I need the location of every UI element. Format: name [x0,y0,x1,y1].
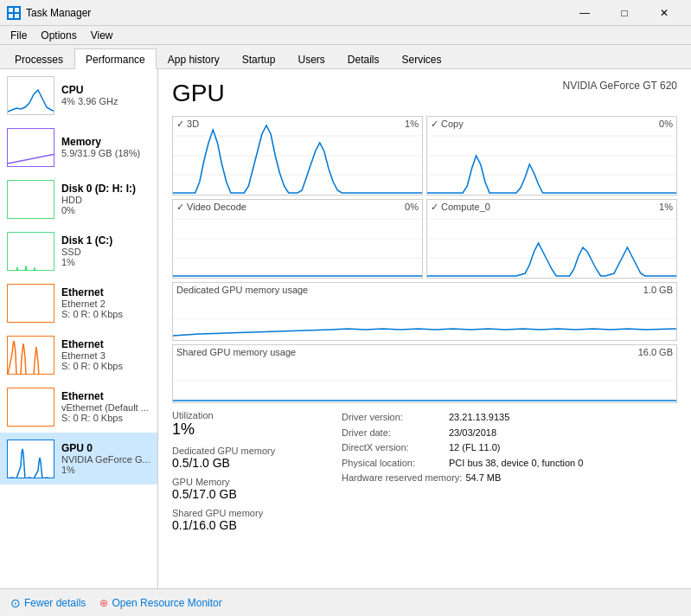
hw-reserved-key: Hardware reserved memory: [342,471,462,486]
content-header: GPU NVIDIA GeForce GT 620 [172,80,677,107]
driver-info: Driver version: 23.21.13.9135 Driver dat… [342,410,583,532]
gpu-model: NVIDIA GeForce GT 620 [563,80,678,92]
chart-3d-label: ✓ 3D [176,119,199,130]
stat-gpu-mem: GPU Memory 0.5/17.0 GB [172,477,328,501]
disk1-name: Disk 1 (C:) [61,234,150,247]
physical-loc-key: Physical location: [342,456,445,472]
eth3-usage: S: 0 R: 0 Kbps [61,361,150,371]
tab-startup[interactable]: Startup [231,48,287,69]
open-resource-monitor-label: Open Resource Monitor [112,597,221,609]
driver-date-val: 23/03/2018 [449,426,496,441]
disk0-mini-graph [7,180,54,219]
window-controls: — □ ✕ [565,0,684,26]
open-resource-monitor-link[interactable]: ⊕ Open Resource Monitor [99,597,221,609]
memory-info: Memory 5.9/31.9 GB (18%) [61,136,150,158]
stats-section: Utilization 1% Dedicated GPU memory 0.5/… [172,410,677,532]
ethv-info: Ethernet vEthernet (Default ... S: 0 R: … [61,390,150,423]
physical-loc-val: PCI bus 38, device 0, function 0 [449,456,583,472]
tab-users[interactable]: Users [286,48,336,69]
sidebar-item-memory[interactable]: Memory 5.9/31.9 GB (18%) [0,121,157,173]
disk0-name: Disk 0 (D: H: I:) [61,183,150,195]
resource-monitor-icon: ⊕ [99,597,108,609]
eth2-name: Ethernet [61,286,150,298]
chart-copy: ✓ Copy 0% [426,116,677,196]
chart-c0-percent: 1% [659,202,673,212]
driver-date-key: Driver date: [342,426,445,441]
chart-3d-percent: 1% [405,119,419,129]
gpu-usage: 1% [61,465,150,475]
eth3-name: Ethernet [61,338,150,350]
stat-ded-gpu-mem: Dedicated GPU memory 0.5/1.0 GB [172,446,328,470]
eth2-mini-graph [7,284,54,323]
disk1-type: SSD [61,247,150,257]
tab-processes[interactable]: Processes [3,48,74,69]
gpu-name: GPU 0 [61,442,150,454]
sidebar-item-disk1[interactable]: Disk 1 (C:) SSD 1% [0,225,157,277]
sidebar-item-gpu[interactable]: GPU 0 NVIDIA GeForce G... 1% [0,433,157,484]
minimize-button[interactable]: — [565,0,605,26]
eth3-mini-graph [7,336,54,375]
menu-file[interactable]: File [3,28,34,43]
disk1-usage: 1% [61,257,150,267]
ethv-usage: S: 0 R: 0 Kbps [61,413,150,423]
maximize-button[interactable]: □ [605,0,644,26]
sidebar-item-disk0[interactable]: Disk 0 (D: H: I:) HDD 0% [0,173,157,225]
svg-rect-3 [15,14,19,18]
menu-bar: File Options View [0,26,691,45]
chart-shared-mem: Shared GPU memory usage 16.0 GB [172,344,677,403]
cpu-name: CPU [61,84,150,96]
fewer-details-icon: ⊙ [10,596,21,610]
hw-reserved-row: Hardware reserved memory: 54.7 MB [342,471,583,486]
memory-mini-graph [7,128,54,167]
disk0-info: Disk 0 (D: H: I:) HDD 0% [61,183,150,215]
tab-details[interactable]: Details [336,48,391,69]
svg-rect-2 [9,14,13,18]
chart-copy-label: ✓ Copy [431,119,464,130]
bottom-bar: ⊙ Fewer details ⊕ Open Resource Monitor [0,588,691,616]
menu-view[interactable]: View [84,28,120,43]
fewer-details-label: Fewer details [24,597,86,609]
ded-mem-max: 1.0 GB [643,285,673,295]
driver-version-row: Driver version: 23.21.13.9135 [342,410,583,426]
eth2-sub: Ethernet 2 [61,298,150,309]
directx-val: 12 (FL 11.0) [449,440,501,456]
sidebar-item-ethv[interactable]: Ethernet vEthernet (Default ... S: 0 R: … [0,381,157,433]
directx-key: DirectX version: [342,440,445,456]
tab-performance[interactable]: Performance [74,48,157,69]
ethv-mini-graph [7,388,54,427]
app-title: Task Manager [26,7,91,19]
stat-shared-gpu-mem: Shared GPU memory 0.1/16.0 GB [172,508,328,532]
ethv-sub: vEthernet (Default ... [61,402,150,413]
disk0-type: HDD [61,195,150,205]
gpu-sub: NVIDIA GeForce G... [61,454,150,465]
svg-rect-1 [15,8,19,12]
tab-apphistory[interactable]: App history [157,48,231,69]
tab-bar: Processes Performance App history Startu… [0,45,691,69]
tab-services[interactable]: Services [391,48,453,69]
close-button[interactable]: ✕ [644,0,684,26]
driver-date-row: Driver date: 23/03/2018 [342,426,583,441]
menu-options[interactable]: Options [34,28,83,43]
cpu-info: CPU 4% 3.96 GHz [61,84,150,106]
title-bar-left: Task Manager [7,6,91,20]
eth2-usage: S: 0 R: 0 Kbps [61,309,150,319]
sidebar-item-eth2[interactable]: Ethernet Ethernet 2 S: 0 R: 0 Kbps [0,277,157,329]
sidebar-item-eth3[interactable]: Ethernet Ethernet 3 S: 0 R: 0 Kbps [0,329,157,381]
stats-left: Utilization 1% Dedicated GPU memory 0.5/… [172,410,328,532]
fewer-details-link[interactable]: ⊙ Fewer details [10,596,86,610]
chart-videodecode: ✓ Video Decode 0% [172,199,423,279]
chart-vd-percent: 0% [405,202,419,212]
chart-c0-label: ✓ Compute_0 [431,202,490,213]
memory-usage: 5.9/31.9 GB (18%) [61,148,150,158]
shared-mem-max: 16.0 GB [638,347,673,357]
chart-dedicated-mem: Dedicated GPU memory usage 1.0 GB [172,282,677,341]
gpu-info: GPU 0 NVIDIA GeForce G... 1% [61,442,150,475]
cpu-mini-graph [7,76,54,115]
shared-mem-label: Shared GPU memory usage [176,347,296,357]
eth3-sub: Ethernet 3 [61,350,150,361]
sidebar-item-cpu[interactable]: CPU 4% 3.96 GHz [0,69,157,121]
disk1-info: Disk 1 (C:) SSD 1% [61,234,150,267]
cpu-usage: 4% 3.96 GHz [61,96,150,106]
chart-vd-label: ✓ Video Decode [176,202,246,213]
ethv-name: Ethernet [61,390,150,402]
